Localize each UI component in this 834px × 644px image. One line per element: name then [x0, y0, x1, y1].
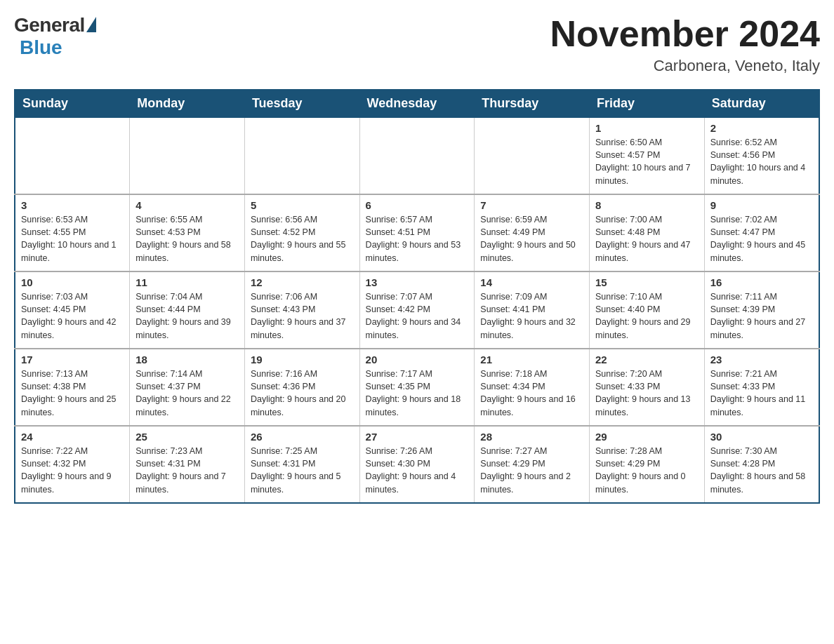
day-number: 7 — [480, 199, 583, 211]
calendar-cell-w2-d6: 9Sunrise: 7:02 AMSunset: 4:47 PMDaylight… — [704, 194, 819, 271]
day-number: 29 — [595, 431, 699, 443]
day-number: 14 — [480, 276, 583, 288]
calendar-cell-w5-d1: 25Sunrise: 7:23 AMSunset: 4:31 PMDayligh… — [130, 426, 245, 503]
title-area: November 2024 Carbonera, Veneto, Italy — [550, 14, 820, 75]
col-friday: Friday — [590, 90, 705, 117]
day-info: Sunrise: 7:21 AMSunset: 4:33 PMDaylight:… — [710, 368, 813, 419]
day-info: Sunrise: 7:04 AMSunset: 4:44 PMDaylight:… — [135, 290, 239, 342]
calendar-cell-w3-d3: 13Sunrise: 7:07 AMSunset: 4:42 PMDayligh… — [359, 271, 475, 349]
day-info: Sunrise: 7:11 AMSunset: 4:39 PMDaylight:… — [710, 290, 813, 342]
day-number: 28 — [480, 431, 583, 443]
calendar-cell-w2-d0: 3Sunrise: 6:53 AMSunset: 4:55 PMDaylight… — [15, 194, 130, 271]
day-info: Sunrise: 7:10 AMSunset: 4:40 PMDaylight:… — [595, 290, 699, 342]
calendar-week-1: 1Sunrise: 6:50 AMSunset: 4:57 PMDaylight… — [15, 117, 819, 194]
logo: General Blue — [14, 14, 96, 59]
calendar-cell-w1-d1 — [130, 117, 245, 194]
calendar-cell-w1-d3 — [359, 117, 475, 194]
day-info: Sunrise: 6:59 AMSunset: 4:49 PMDaylight:… — [480, 213, 583, 264]
day-info: Sunrise: 6:52 AMSunset: 4:56 PMDaylight:… — [710, 136, 813, 187]
calendar-cell-w2-d3: 6Sunrise: 6:57 AMSunset: 4:51 PMDaylight… — [359, 194, 475, 271]
calendar-cell-w5-d3: 27Sunrise: 7:26 AMSunset: 4:30 PMDayligh… — [359, 426, 475, 503]
calendar-cell-w5-d6: 30Sunrise: 7:30 AMSunset: 4:28 PMDayligh… — [704, 426, 819, 503]
day-info: Sunrise: 6:55 AMSunset: 4:53 PMDaylight:… — [135, 213, 239, 264]
logo-blue-text: Blue — [20, 36, 62, 59]
calendar-cell-w4-d5: 22Sunrise: 7:20 AMSunset: 4:33 PMDayligh… — [590, 349, 705, 426]
calendar-cell-w2-d4: 7Sunrise: 6:59 AMSunset: 4:49 PMDaylight… — [475, 194, 590, 271]
logo-triangle-icon — [86, 17, 96, 32]
calendar-week-3: 10Sunrise: 7:03 AMSunset: 4:45 PMDayligh… — [15, 271, 819, 349]
calendar-cell-w4-d0: 17Sunrise: 7:13 AMSunset: 4:38 PMDayligh… — [15, 349, 130, 426]
day-number: 26 — [251, 431, 354, 443]
day-number: 24 — [21, 431, 124, 443]
day-info: Sunrise: 7:09 AMSunset: 4:41 PMDaylight:… — [480, 290, 583, 342]
day-info: Sunrise: 7:23 AMSunset: 4:31 PMDaylight:… — [135, 445, 239, 496]
logo-general-text: General — [14, 14, 85, 36]
calendar-cell-w4-d4: 21Sunrise: 7:18 AMSunset: 4:34 PMDayligh… — [475, 349, 590, 426]
month-title: November 2024 — [550, 14, 820, 54]
col-tuesday: Tuesday — [244, 90, 359, 117]
day-info: Sunrise: 7:28 AMSunset: 4:29 PMDaylight:… — [595, 445, 699, 496]
day-info: Sunrise: 7:17 AMSunset: 4:35 PMDaylight:… — [366, 368, 469, 419]
col-wednesday: Wednesday — [359, 90, 475, 117]
day-number: 10 — [21, 276, 124, 288]
calendar-cell-w5-d0: 24Sunrise: 7:22 AMSunset: 4:32 PMDayligh… — [15, 426, 130, 503]
day-number: 9 — [710, 199, 813, 211]
day-number: 30 — [710, 431, 813, 443]
calendar-cell-w3-d1: 11Sunrise: 7:04 AMSunset: 4:44 PMDayligh… — [130, 271, 245, 349]
calendar-cell-w1-d0 — [15, 117, 130, 194]
calendar-cell-w3-d6: 16Sunrise: 7:11 AMSunset: 4:39 PMDayligh… — [704, 271, 819, 349]
col-saturday: Saturday — [704, 90, 819, 117]
day-number: 6 — [366, 199, 469, 211]
calendar-cell-w2-d5: 8Sunrise: 7:00 AMSunset: 4:48 PMDaylight… — [590, 194, 705, 271]
day-number: 13 — [366, 276, 469, 288]
day-info: Sunrise: 6:50 AMSunset: 4:57 PMDaylight:… — [595, 136, 699, 187]
page-header: General Blue November 2024 Carbonera, Ve… — [14, 14, 820, 75]
day-number: 2 — [710, 122, 813, 134]
calendar-cell-w1-d2 — [244, 117, 359, 194]
day-number: 3 — [21, 199, 124, 211]
calendar-week-5: 24Sunrise: 7:22 AMSunset: 4:32 PMDayligh… — [15, 426, 819, 503]
day-number: 25 — [135, 431, 239, 443]
day-number: 1 — [595, 122, 699, 134]
day-info: Sunrise: 7:06 AMSunset: 4:43 PMDaylight:… — [251, 290, 354, 342]
calendar-cell-w5-d5: 29Sunrise: 7:28 AMSunset: 4:29 PMDayligh… — [590, 426, 705, 503]
day-info: Sunrise: 7:22 AMSunset: 4:32 PMDaylight:… — [21, 445, 124, 496]
day-number: 19 — [251, 354, 354, 365]
day-number: 5 — [251, 199, 354, 211]
col-thursday: Thursday — [475, 90, 590, 117]
calendar-header-row: Sunday Monday Tuesday Wednesday Thursday… — [15, 90, 819, 117]
day-info: Sunrise: 7:14 AMSunset: 4:37 PMDaylight:… — [135, 368, 239, 419]
day-info: Sunrise: 6:57 AMSunset: 4:51 PMDaylight:… — [366, 213, 469, 264]
calendar-cell-w3-d5: 15Sunrise: 7:10 AMSunset: 4:40 PMDayligh… — [590, 271, 705, 349]
calendar-cell-w1-d5: 1Sunrise: 6:50 AMSunset: 4:57 PMDaylight… — [590, 117, 705, 194]
day-info: Sunrise: 7:20 AMSunset: 4:33 PMDaylight:… — [595, 368, 699, 419]
day-info: Sunrise: 7:13 AMSunset: 4:38 PMDaylight:… — [21, 368, 124, 419]
col-monday: Monday — [130, 90, 245, 117]
day-number: 18 — [135, 354, 239, 365]
day-info: Sunrise: 7:30 AMSunset: 4:28 PMDaylight:… — [710, 445, 813, 496]
calendar-cell-w3-d4: 14Sunrise: 7:09 AMSunset: 4:41 PMDayligh… — [475, 271, 590, 349]
day-number: 12 — [251, 276, 354, 288]
day-number: 8 — [595, 199, 699, 211]
calendar-table: Sunday Monday Tuesday Wednesday Thursday… — [14, 89, 820, 504]
calendar-cell-w5-d2: 26Sunrise: 7:25 AMSunset: 4:31 PMDayligh… — [244, 426, 359, 503]
calendar-cell-w3-d2: 12Sunrise: 7:06 AMSunset: 4:43 PMDayligh… — [244, 271, 359, 349]
day-info: Sunrise: 7:03 AMSunset: 4:45 PMDaylight:… — [21, 290, 124, 342]
day-number: 4 — [135, 199, 239, 211]
day-info: Sunrise: 7:25 AMSunset: 4:31 PMDaylight:… — [251, 445, 354, 496]
location-subtitle: Carbonera, Veneto, Italy — [550, 57, 820, 75]
calendar-cell-w4-d2: 19Sunrise: 7:16 AMSunset: 4:36 PMDayligh… — [244, 349, 359, 426]
day-number: 27 — [366, 431, 469, 443]
day-info: Sunrise: 7:07 AMSunset: 4:42 PMDaylight:… — [366, 290, 469, 342]
day-number: 15 — [595, 276, 699, 288]
day-number: 21 — [480, 354, 583, 365]
day-info: Sunrise: 7:00 AMSunset: 4:48 PMDaylight:… — [595, 213, 699, 264]
calendar-cell-w1-d4 — [475, 117, 590, 194]
day-number: 22 — [595, 354, 699, 365]
calendar-cell-w2-d2: 5Sunrise: 6:56 AMSunset: 4:52 PMDaylight… — [244, 194, 359, 271]
day-number: 11 — [135, 276, 239, 288]
calendar-week-4: 17Sunrise: 7:13 AMSunset: 4:38 PMDayligh… — [15, 349, 819, 426]
calendar-cell-w2-d1: 4Sunrise: 6:55 AMSunset: 4:53 PMDaylight… — [130, 194, 245, 271]
calendar-cell-w5-d4: 28Sunrise: 7:27 AMSunset: 4:29 PMDayligh… — [475, 426, 590, 503]
day-number: 16 — [710, 276, 813, 288]
